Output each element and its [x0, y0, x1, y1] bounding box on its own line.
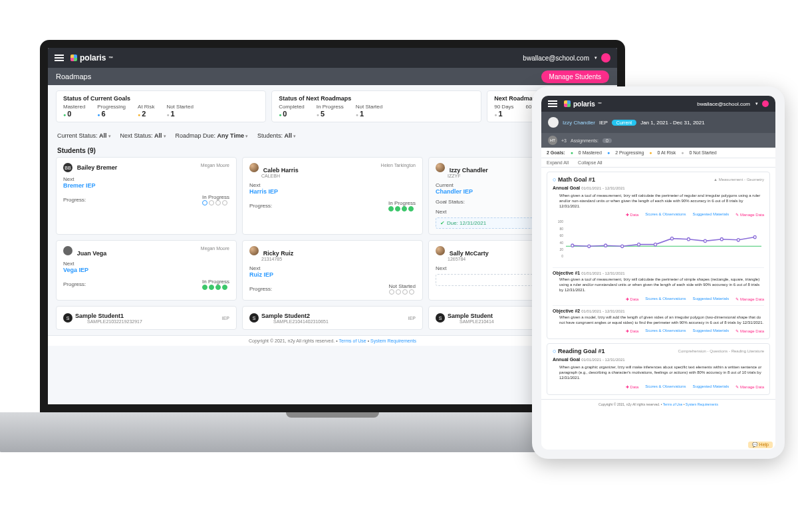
student-name: Sample Student [448, 313, 493, 319]
footer: Copyright © 2021, n2y All rights reserve… [541, 399, 775, 409]
sysreq-link[interactable]: System Requirements [686, 402, 718, 406]
avatar [436, 246, 445, 255]
next-label: Next [63, 176, 229, 182]
iep-link[interactable]: Harris IEP [249, 188, 416, 195]
scores-link[interactable]: Scores & Observations [645, 384, 686, 389]
data-link[interactable]: ✚ Data [626, 329, 638, 333]
student-card[interactable]: Juan Vega Megan Moore Next Vega IEP Prog… [56, 240, 237, 301]
box-current-goals: Status of Current Goals Mastered0 Progre… [56, 90, 266, 122]
stat-value: 2 [138, 110, 154, 118]
data-link[interactable]: ✚ Data [626, 212, 638, 217]
iep-link[interactable]: Bremer IEP [63, 182, 229, 189]
stat-value: 6 [97, 110, 126, 118]
student-header: Izzy Chandler IEP Current Jan 1, 2021 - … [541, 112, 775, 133]
topbar: polaris™ bwallace@school.com ▾ [541, 96, 775, 112]
stat-value: 1 [166, 110, 193, 118]
student-id: SAMPLE21032219232917 [87, 319, 142, 324]
help-button[interactable]: 💬 Help [748, 442, 773, 448]
iep-badge: IEP [222, 316, 229, 321]
menu-icon[interactable] [55, 55, 64, 61]
goal-tag: Measurement - Geometry [719, 178, 764, 182]
heart-icon[interactable] [762, 100, 769, 107]
terms-link[interactable]: Terms of Use [663, 402, 682, 406]
goal-summary: 2 Goals: ●0 Mastered ●2 Progressing ●0 A… [541, 148, 775, 158]
sysreq-link[interactable]: System Requirements [370, 338, 416, 343]
avatar [548, 117, 559, 128]
avatar: S [63, 313, 72, 323]
terms-link[interactable]: Terms of Use [339, 338, 366, 343]
student-name[interactable]: Izzy Chandler [563, 120, 595, 126]
chevron-down-icon: ▾ [595, 55, 597, 61]
iep-badge: IEP [408, 316, 416, 321]
student-card[interactable]: Caleb Harris CALEBH Helen Tarkington Nex… [242, 157, 423, 235]
student-card[interactable]: BB Bailey Bremer Megan Moore Next Bremer… [56, 157, 237, 235]
progress-dots [388, 206, 416, 211]
svg-point-1 [571, 244, 574, 247]
svg-point-11 [737, 239, 739, 241]
assignments-count: 0 [602, 138, 612, 143]
annual-goal-text: When given a graphic organizer, Izzy wil… [553, 363, 764, 382]
materials-link[interactable]: Suggested Materials [693, 297, 730, 301]
box-title: Status of Next Roadmaps [279, 95, 474, 102]
svg-point-3 [604, 244, 607, 247]
check-icon: ✔ [440, 220, 445, 226]
data-link[interactable]: ✚ Data [626, 297, 638, 301]
teacher-name: Helen Tarkington [381, 163, 416, 168]
student-card[interactable]: Ricky Ruiz 21314785 Next Ruiz IEP Progre… [242, 240, 423, 301]
student-card[interactable]: S Sample Student2 SAMPLE21041402310651 I… [242, 306, 423, 330]
manage-students-button[interactable]: Manage Students [541, 70, 609, 83]
user-menu[interactable]: bwallace@school.com ▾ [523, 53, 610, 63]
user-email: bwallace@school.com [523, 55, 589, 62]
expand-controls: Expand All Collapse All [541, 158, 775, 168]
goal-links: ✚ Data Scores & Observations Suggested M… [553, 211, 764, 218]
scores-link[interactable]: Scores & Observations [645, 212, 686, 217]
iep-link[interactable]: Vega IEP [63, 267, 229, 273]
expand-all[interactable]: Expand All [547, 160, 569, 165]
user-icon: ▲ [714, 178, 718, 182]
svg-point-9 [704, 240, 706, 243]
goal-reading: ○ Reading Goal #1 Comprehension - Questi… [547, 343, 770, 394]
data-link[interactable]: ✚ Data [626, 384, 638, 389]
assignment-bar: HT +3 Assignments: 0 [541, 133, 775, 148]
progress-chart: 100806040200 [553, 218, 764, 265]
heart-icon[interactable] [601, 53, 610, 63]
goal-tag: Comprehension - Questions - Reading Lite… [678, 349, 764, 353]
filter-current-status[interactable]: Current Status: All [57, 132, 111, 139]
stat-label: Not Started [356, 104, 382, 110]
student-name: Caleb Harris [263, 167, 299, 174]
stat-value: 1 [356, 110, 382, 118]
scores-link[interactable]: Scores & Observations [645, 297, 686, 301]
student-name: Ricky Ruiz [263, 250, 294, 257]
annual-goal-text: When given a tool of measurement, Izzy w… [553, 192, 764, 211]
page-header: Roadmaps Manage Students [48, 68, 617, 85]
materials-link[interactable]: Suggested Materials [693, 384, 730, 389]
assignments-label: Assignments: [571, 138, 598, 143]
filter-students[interactable]: Students: All [257, 132, 296, 139]
user-email: bwallace@school.com [697, 101, 750, 107]
stat-label: In Progress [317, 104, 344, 110]
filter-next-status[interactable]: Next Status: All [120, 132, 166, 139]
iep-link[interactable]: Ruiz IEP [249, 271, 416, 278]
avatar: S [436, 313, 445, 323]
status-pill: Current [612, 120, 636, 126]
progress-dots [202, 285, 229, 290]
manage-link[interactable]: ✎ Manage Data [735, 212, 764, 217]
manage-link[interactable]: ✎ Manage Data [735, 329, 764, 333]
scores-link[interactable]: Scores & Observations [645, 329, 686, 333]
materials-link[interactable]: Suggested Materials [693, 329, 730, 333]
materials-link[interactable]: Suggested Materials [693, 212, 730, 217]
chart-svg [566, 221, 761, 265]
student-card[interactable]: S Sample Student1 SAMPLE21032219232917 I… [56, 306, 237, 330]
manage-link[interactable]: ✎ Manage Data [735, 384, 764, 389]
user-menu[interactable]: bwallace@school.com ▾ [697, 100, 769, 107]
avatar [63, 246, 72, 255]
filter-roadmap-due[interactable]: Roadmap Due: Any Time [176, 132, 248, 139]
teacher-name: Megan Moore [201, 246, 229, 251]
student-id: CALEBH [261, 174, 416, 178]
stat-label: Completed [279, 104, 305, 110]
manage-link[interactable]: ✎ Manage Data [735, 297, 764, 301]
menu-icon[interactable] [548, 100, 557, 107]
avatar: S [249, 313, 259, 323]
stat-label: Mastered [63, 104, 85, 110]
collapse-all[interactable]: Collapse All [578, 160, 602, 165]
